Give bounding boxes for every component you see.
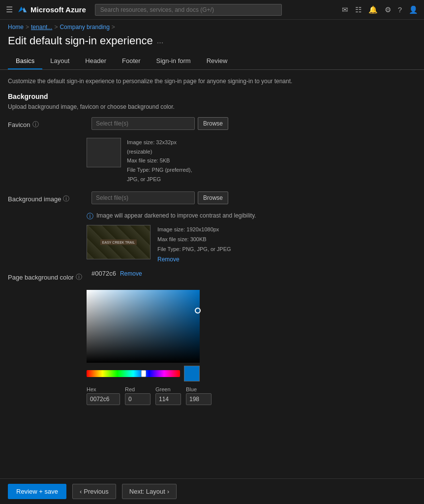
page-bg-color-info-icon[interactable]: ⓘ (76, 273, 82, 282)
bg-image-thumbnail: EASY CREEK TRAIL (87, 225, 151, 259)
favicon-preview-box (87, 138, 121, 167)
color-hex-row: #0072c6 Remove (91, 270, 142, 277)
search-box[interactable] (95, 4, 282, 16)
blue-input-group: Blue (186, 386, 212, 405)
green-label: Green (155, 386, 181, 392)
bottom-bar: Review + save ‹ Previous Next: Layout › (0, 478, 424, 504)
bg-image-input-area: Browse (91, 191, 228, 204)
green-input-group: Green (155, 386, 181, 405)
color-hex-value: #0072c6 (91, 270, 116, 277)
breadcrumb: Home > tenant... > Company branding > (0, 20, 424, 32)
tab-bar: Basics Layout Header Footer Sign-in form… (0, 53, 424, 70)
bg-image-meta-text: Image size: 1920x1080px Max file size: 3… (157, 225, 231, 265)
favicon-file-input[interactable] (91, 117, 195, 130)
previous-button[interactable]: ‹ Previous (72, 484, 116, 499)
tab-layout[interactable]: Layout (42, 53, 77, 69)
hex-input-group: Hex (87, 386, 120, 405)
breadcrumb-sep3: > (112, 24, 115, 31)
hex-input[interactable] (87, 393, 120, 405)
breadcrumb-sep1: > (26, 24, 29, 31)
tab-review[interactable]: Review (199, 53, 236, 69)
red-input-group: Red (125, 386, 151, 405)
search-input[interactable] (95, 4, 282, 16)
favicon-info-box: Image size: 32x32px (resizable) Max file… (87, 138, 416, 184)
color-picker: Hex Red Green Blue (87, 290, 416, 405)
hue-slider-row (87, 366, 416, 381)
favicon-meta-filetype2: JPG, or JPEG (127, 175, 192, 184)
page-bg-color-label: Page background color ⓘ (8, 270, 87, 282)
background-section: Background Upload background image, favi… (8, 93, 416, 405)
bg-image-browse-button[interactable]: Browse (198, 191, 228, 204)
next-layout-label: Next: Layout (129, 488, 165, 495)
color-gradient-area[interactable] (87, 290, 200, 363)
red-label: Red (125, 386, 151, 392)
topbar-icons: ✉ ☷ 🔔 ⚙ ? 👤 (342, 5, 418, 14)
section-description: Customize the default sign-in experience… (8, 78, 416, 85)
breadcrumb-section[interactable]: Company branding (60, 24, 109, 31)
bg-image-preview-row: EASY CREEK TRAIL Image size: 1920x1080px… (87, 225, 416, 265)
hue-slider-thumb (141, 370, 146, 377)
breadcrumb-home[interactable]: Home (8, 24, 24, 31)
hue-slider[interactable] (87, 370, 180, 377)
breadcrumb-tenant[interactable]: tenant... (31, 24, 52, 31)
bg-image-info-icon[interactable]: ⓘ (63, 194, 69, 203)
color-picker-dot (195, 308, 201, 314)
note-info-icon: ⓘ (87, 212, 93, 221)
favicon-meta-text: Image size: 32x32px (resizable) Max file… (127, 138, 192, 184)
bell-icon[interactable]: 🔔 (368, 5, 378, 14)
bg-image-file-input[interactable] (91, 191, 195, 204)
bg-image-sign-text: EASY CREEK TRAIL (100, 240, 137, 245)
page-bg-color-row: Page background color ⓘ #0072c6 Remove (8, 270, 416, 282)
topbar: ☰ Microsoft Azure ✉ ☷ 🔔 ⚙ ? 👤 (0, 0, 424, 20)
previous-label: Previous (84, 488, 109, 495)
favicon-info-icon[interactable]: ⓘ (32, 120, 39, 129)
tab-signin-form[interactable]: Sign-in form (149, 53, 199, 69)
page-more-button[interactable]: ... (157, 36, 163, 45)
favicon-row: Favicon ⓘ Browse (8, 117, 416, 130)
favicon-meta-resizable: (resizable) (127, 147, 192, 157)
bg-meta-filetype: File Type: PNG, JPG, or JPEG (157, 245, 231, 254)
portal-icon[interactable]: ☷ (355, 5, 362, 14)
bg-image-row: Background image ⓘ Browse (8, 191, 416, 204)
hex-label: Hex (87, 386, 120, 392)
gear-icon[interactable]: ⚙ (385, 5, 391, 14)
azure-logo: Microsoft Azure (18, 5, 86, 15)
email-icon[interactable]: ✉ (342, 5, 348, 14)
breadcrumb-sep2: > (54, 24, 58, 31)
hamburger-icon[interactable]: ☰ (6, 5, 13, 14)
favicon-input-area: Browse (91, 117, 228, 130)
azure-logo-icon (18, 5, 28, 15)
bg-image-info-box: ⓘ Image will appear darkened to improve … (87, 212, 416, 265)
tab-basics[interactable]: Basics (8, 53, 42, 69)
tab-footer[interactable]: Footer (114, 53, 149, 69)
page-header: Edit default sign-in experience ... (0, 32, 424, 53)
blue-label: Blue (186, 386, 212, 392)
tab-header[interactable]: Header (77, 53, 114, 69)
red-input[interactable] (125, 393, 151, 405)
background-title: Background (8, 93, 416, 100)
bg-meta-size: Image size: 1920x1080px (157, 225, 231, 235)
bg-meta-maxfile: Max file size: 300KB (157, 235, 231, 245)
next-layout-button[interactable]: Next: Layout › (122, 484, 177, 499)
azure-logo-text: Microsoft Azure (30, 5, 86, 14)
bg-image-label: Background image ⓘ (8, 191, 87, 203)
help-icon[interactable]: ? (398, 5, 402, 14)
bg-image-remove-link[interactable]: Remove (157, 256, 180, 263)
main-content: Customize the default sign-in experience… (0, 70, 424, 417)
page-bg-color-remove-link[interactable]: Remove (120, 270, 142, 277)
page-title: Edit default sign-in experience (8, 34, 153, 47)
review-save-button[interactable]: Review + save (8, 484, 66, 499)
chevron-right-icon: › (167, 488, 169, 495)
green-input[interactable] (155, 393, 181, 405)
chevron-left-icon: ‹ (80, 488, 82, 495)
favicon-meta-maxfile: Max file size: 5KB (127, 156, 192, 165)
blue-input[interactable] (186, 393, 212, 405)
favicon-browse-button[interactable]: Browse (198, 117, 228, 130)
background-desc: Upload background image, favicon or choo… (8, 103, 416, 110)
user-icon[interactable]: 👤 (409, 5, 418, 14)
favicon-label: Favicon ⓘ (8, 117, 87, 129)
bg-image-note: ⓘ Image will appear darkened to improve … (87, 212, 416, 221)
color-swatch (184, 366, 200, 381)
color-inputs-row: Hex Red Green Blue (87, 386, 416, 405)
favicon-meta-filetype: File Type: PNG (preferred), (127, 165, 192, 175)
